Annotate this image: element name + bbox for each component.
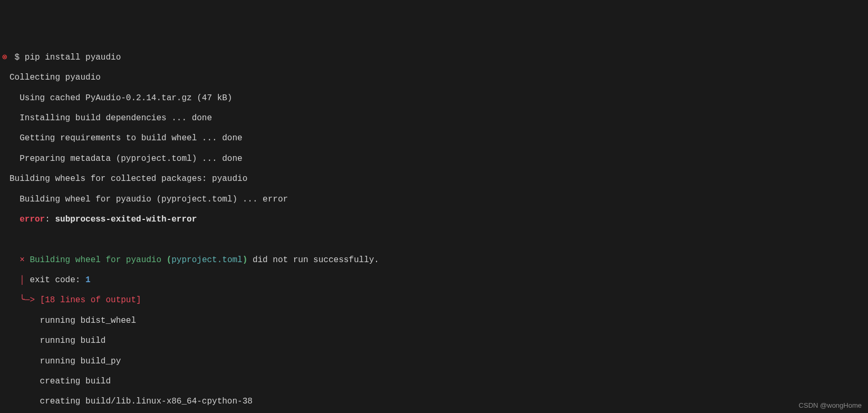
error-x-icon: × <box>9 255 30 265</box>
pyproject-ref: pyproject.toml <box>171 255 242 265</box>
output-line: Getting requirements to build wheel ... … <box>0 133 868 143</box>
terminal-output: ⊗ $ pip install pyaudio Collecting pyaud… <box>0 43 868 413</box>
error-msg: subprocess-exited-with-error <box>55 215 197 224</box>
output-line: creating build <box>0 377 868 387</box>
output-line: creating build/lib.linux-x86_64-cpython-… <box>0 397 868 407</box>
command-text: pip install pyaudio <box>25 53 121 62</box>
error-label: error <box>20 215 45 224</box>
watermark: CSDN @wongHome <box>799 401 862 410</box>
output-line: running bdist_wheel <box>0 316 868 326</box>
output-line: Preparing metadata (pyproject.toml) ... … <box>0 154 868 164</box>
error-line: error: subprocess-exited-with-error <box>0 215 868 225</box>
prompt-symbol: $ <box>15 53 20 62</box>
output-line: × Building wheel for pyaudio (pyproject.… <box>0 255 868 265</box>
exit-code: 1 <box>85 275 91 285</box>
output-line: running build <box>0 336 868 346</box>
build-msg: Building wheel for pyaudio <box>30 255 166 265</box>
tree-connector: │ <box>9 275 30 285</box>
output-line <box>0 235 868 245</box>
output-marker: [18 lines of output] <box>40 295 141 305</box>
output-line: Using cached PyAudio-0.2.14.tar.gz (47 k… <box>0 93 868 103</box>
output-line: │ exit code: 1 <box>0 275 868 285</box>
output-line: Building wheels for collected packages: … <box>0 174 868 184</box>
output-line: Building wheel for pyaudio (pyproject.to… <box>0 195 868 205</box>
prompt-line[interactable]: ⊗ $ pip install pyaudio <box>0 53 868 63</box>
output-line: ╰─> [18 lines of output] <box>0 295 868 305</box>
output-line: Collecting pyaudio <box>0 73 868 83</box>
close-icon: ⊗ <box>2 53 9 63</box>
output-line: Installing build dependencies ... done <box>0 113 868 123</box>
tree-end-icon: ╰─> <box>9 295 40 305</box>
output-line: running build_py <box>0 357 868 367</box>
